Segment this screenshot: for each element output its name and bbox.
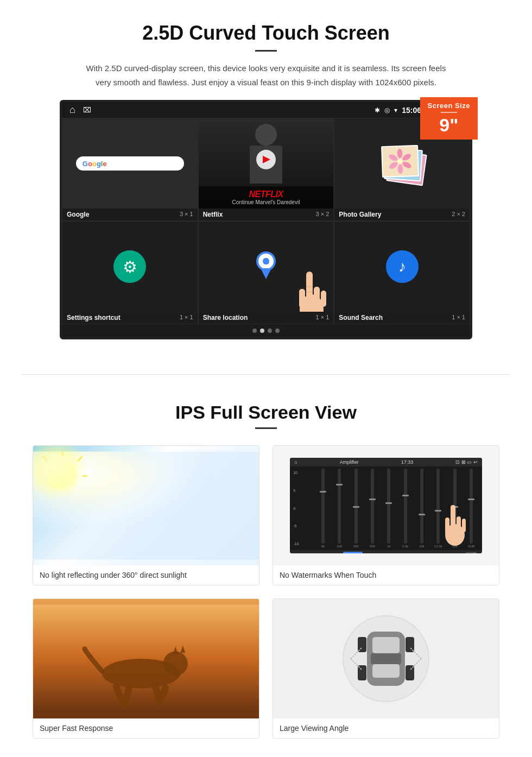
sunlight-caption: No light reflecting under 360° direct su… <box>33 565 259 585</box>
google-logo: Google <box>83 160 107 168</box>
settings-app-cell[interactable]: ⚙ Settings shortcut 1 × 1 <box>62 221 198 324</box>
google-search-input[interactable] <box>111 160 193 167</box>
share-location-app-inner: G <box>199 222 334 312</box>
status-left: ⌂ ⌧ <box>69 104 91 116</box>
device-wrapper: Screen Size 9" ⌂ ⌧ ✱ ◎ ▾ 15:06 ⊡ <box>60 100 472 339</box>
netflix-overlay: NETFLIX Continue Marvel's Daredevil <box>199 186 334 209</box>
section2-title: IPS Full Screen View <box>33 402 499 423</box>
section1-description: With 2.5D curved-display screen, this de… <box>81 61 451 89</box>
svg-point-35 <box>163 651 188 676</box>
google-label-row: Google 3 × 1 <box>62 209 198 220</box>
amp-icons: ⊡ ⊠ ▭ ↩ <box>455 459 478 465</box>
svg-rect-45 <box>371 653 401 664</box>
hand-pointing-icon <box>290 261 333 312</box>
status-bar: ⌂ ⌧ ✱ ◎ ▾ 15:06 ⊡ ◁) ⊠ ▭ <box>62 102 470 118</box>
amp-screen: ⌂ Amplifier 17:33 ⊡ ⊠ ▭ ↩ 10 5 0 -5 -10 <box>290 458 482 553</box>
device-frame: ⌂ ⌧ ✱ ◎ ▾ 15:06 ⊡ ◁) ⊠ ▭ <box>60 100 472 339</box>
svg-rect-15 <box>314 287 320 307</box>
badge-label: Screen Size <box>428 102 471 110</box>
google-search-bar[interactable]: Google 🎤 <box>76 156 184 171</box>
svg-point-6 <box>388 153 398 162</box>
netflix-bg: NETFLIX Continue Marvel's Daredevil <box>199 118 334 209</box>
google-bg: Google 🎤 <box>62 118 198 209</box>
bluetooth-icon: ✱ <box>375 106 380 114</box>
dot-1[interactable] <box>252 329 257 333</box>
gallery-label-row: Photo Gallery 2 × 2 <box>334 209 470 220</box>
mic-icon[interactable]: 🎤 <box>197 159 198 168</box>
car-top-svg <box>348 621 424 697</box>
app-grid: Google 🎤 Google 3 × 1 <box>62 118 470 324</box>
svg-rect-21 <box>33 452 259 560</box>
usb-icon: ⌧ <box>83 106 91 114</box>
section-curved-screen: 2.5D Curved Touch Screen With 2.5D curve… <box>0 0 532 358</box>
share-location-app-cell[interactable]: G <box>198 221 334 324</box>
photo-card-3 <box>381 145 419 178</box>
svg-rect-44 <box>372 664 400 678</box>
feature-amplifier: ⌂ Amplifier 17:33 ⊡ ⊠ ▭ ↩ 10 5 0 -5 -10 <box>273 445 499 585</box>
music-note-icon: ♪ <box>398 258 406 275</box>
sound-search-app-cell[interactable]: ♪ Sound Search 1 × 1 <box>334 221 470 324</box>
amp-home-icon: ⌂ <box>294 459 297 465</box>
wifi-icon: ▾ <box>394 106 397 114</box>
sound-bg: ♪ <box>334 222 470 312</box>
amp-header: ⌂ Amplifier 17:33 ⊡ ⊠ ▭ ↩ <box>290 458 482 466</box>
svg-rect-16 <box>299 289 305 308</box>
svg-line-26 <box>43 457 48 462</box>
svg-rect-33 <box>33 605 259 713</box>
svg-rect-29 <box>457 516 461 534</box>
svg-rect-17 <box>321 291 326 307</box>
play-triangle-icon <box>263 156 270 163</box>
cheetah-caption: Super Fast Response <box>33 718 259 738</box>
feature-grid: No light reflecting under 360° direct su… <box>33 445 499 739</box>
google-app-cell[interactable]: Google 🎤 Google 3 × 1 <box>62 118 198 221</box>
svg-rect-31 <box>462 519 466 532</box>
share-label-row: Share location 1 × 1 <box>199 312 334 324</box>
svg-point-12 <box>263 258 269 264</box>
sound-search-app-inner: ♪ <box>334 222 470 312</box>
gallery-app-size: 2 × 2 <box>452 211 465 218</box>
share-app-name: Share location <box>203 314 248 321</box>
svg-rect-43 <box>372 637 400 653</box>
netflix-logo: NETFLIX <box>203 190 330 199</box>
netflix-app-inner: NETFLIX Continue Marvel's Daredevil <box>199 118 334 209</box>
sound-icon-circle: ♪ <box>386 250 419 283</box>
sound-app-size: 1 × 1 <box>452 314 465 321</box>
cheetah-svg <box>33 599 259 718</box>
hand-touch-icon <box>439 497 471 546</box>
share-bg: G <box>199 222 334 312</box>
section1-divider <box>255 50 277 52</box>
svg-rect-32 <box>451 505 455 527</box>
amp-title: Amplifier <box>340 459 359 465</box>
settings-bg: ⚙ <box>62 222 198 312</box>
feature-cheetah: Super Fast Response <box>33 598 259 739</box>
sunlight-image <box>33 446 259 565</box>
feature-sunlight: No light reflecting under 360° direct su… <box>33 445 259 585</box>
gallery-app-name: Photo Gallery <box>339 211 381 218</box>
car-circle <box>343 615 429 702</box>
car-caption: Large Viewing Angle <box>273 718 499 738</box>
badge-divider <box>441 112 457 113</box>
netflix-app-name: Netflix <box>203 211 223 218</box>
settings-app-name: Settings shortcut <box>67 314 121 321</box>
section-ips: IPS Full Screen View <box>0 391 532 757</box>
google-app-inner: Google 🎤 <box>62 118 198 209</box>
svg-line-25 <box>77 457 82 462</box>
dot-2[interactable] <box>260 329 264 333</box>
sound-app-name: Sound Search <box>339 314 383 321</box>
google-app-name: Google <box>67 211 89 218</box>
section2-divider <box>255 427 277 429</box>
netflix-app-cell[interactable]: NETFLIX Continue Marvel's Daredevil Netf… <box>198 118 334 221</box>
svg-rect-18 <box>306 272 313 300</box>
share-app-size: 1 × 1 <box>316 314 330 321</box>
google-maps-icon: G <box>252 249 280 282</box>
dot-4[interactable] <box>275 329 280 333</box>
settings-app-size: 1 × 1 <box>180 314 193 321</box>
netflix-label-row: Netflix 3 × 2 <box>199 209 334 220</box>
svg-point-1 <box>397 149 402 159</box>
netflix-play-button[interactable] <box>256 150 276 169</box>
flower-icon <box>387 148 414 175</box>
dot-3[interactable] <box>268 329 272 333</box>
home-icon[interactable]: ⌂ <box>69 104 75 116</box>
sound-label-row: Sound Search 1 × 1 <box>334 312 470 324</box>
cheetah-image <box>33 599 259 718</box>
